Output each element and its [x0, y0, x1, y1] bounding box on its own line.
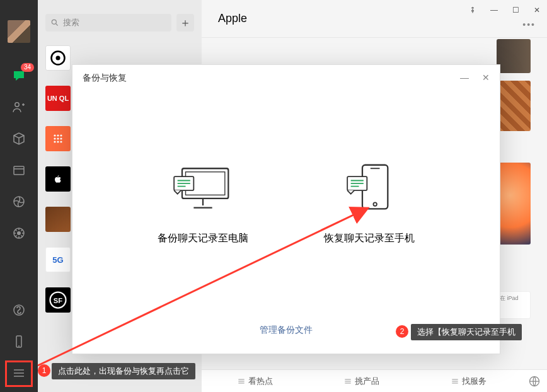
- manage-backup-link[interactable]: 管理备份文件: [260, 325, 313, 335]
- svg-point-7: [52, 20, 56, 24]
- thumbnail: [497, 81, 531, 131]
- svg-point-0: [15, 103, 19, 107]
- restore-label: 恢复聊天记录至手机: [324, 232, 415, 245]
- add-button[interactable]: ＋: [176, 14, 194, 32]
- miniprogram-icon[interactable]: [10, 301, 28, 319]
- sf-icon: SF: [49, 291, 67, 309]
- phone-icon[interactable]: [10, 333, 28, 350]
- phone-restore-icon: [335, 161, 404, 214]
- maximize-icon[interactable]: ☐: [509, 4, 522, 16]
- search-placeholder: 搜索: [63, 17, 79, 28]
- modal-title: 备份与恢复: [72, 65, 500, 91]
- annotation-text-1: 点击此处，出现备份与恢复再点击它: [52, 363, 195, 379]
- apple-icon: [52, 173, 64, 185]
- close-icon[interactable]: ✕: [531, 4, 543, 16]
- moments-icon[interactable]: [10, 193, 28, 210]
- title-bar: Apple — ☐ ✕ •••: [202, 0, 547, 38]
- svg-rect-1: [14, 166, 24, 175]
- sidebar: 34: [0, 0, 38, 392]
- list-icon: [451, 377, 459, 386]
- search-icon: [50, 18, 59, 27]
- chat-icon[interactable]: 34: [10, 67, 28, 84]
- list-icon: [237, 377, 246, 386]
- backup-to-pc-option[interactable]: 备份聊天记录至电脑: [158, 161, 248, 245]
- svg-point-10: [54, 134, 55, 136]
- svg-point-26: [373, 202, 377, 206]
- dots-grid-icon: [50, 131, 66, 146]
- annotation-step-2: 2: [396, 325, 408, 338]
- pin-icon[interactable]: [466, 4, 479, 16]
- search-input[interactable]: 搜索: [45, 14, 171, 32]
- minimize-icon[interactable]: —: [488, 4, 500, 16]
- list-icon: [343, 377, 352, 386]
- more-icon[interactable]: •••: [522, 20, 536, 30]
- tab-products[interactable]: 挑产品: [308, 376, 415, 387]
- svg-point-17: [57, 141, 59, 142]
- thumbnail: [497, 163, 531, 245]
- tab-hot[interactable]: 看热点: [202, 376, 308, 387]
- globe-icon: [49, 49, 67, 67]
- backup-label: 备份聊天记录至电脑: [158, 232, 248, 245]
- bottom-bar: 看热点 挑产品 找服务: [202, 369, 547, 392]
- keyboard-icon[interactable]: [522, 375, 547, 388]
- svg-point-9: [56, 56, 60, 61]
- svg-point-11: [57, 134, 59, 136]
- annotation-text-2: 选择【恢复聊天记录至手机: [411, 324, 522, 340]
- backup-restore-modal: 备份与恢复 — ✕ 备份聊天记录至电脑: [72, 64, 500, 354]
- collection-icon[interactable]: [10, 130, 28, 147]
- svg-point-4: [17, 231, 21, 235]
- tab-services[interactable]: 找服务: [415, 376, 522, 387]
- modal-minimize-icon[interactable]: —: [457, 70, 472, 85]
- annotation-step-1: 1: [38, 364, 50, 377]
- svg-point-14: [57, 137, 59, 139]
- menu-icon[interactable]: [10, 364, 28, 382]
- pc-backup-icon: [168, 161, 238, 214]
- svg-point-18: [60, 141, 62, 142]
- modal-close-icon[interactable]: ✕: [478, 70, 493, 85]
- svg-point-13: [54, 137, 55, 139]
- contacts-icon[interactable]: [10, 98, 28, 116]
- avatar[interactable]: [8, 20, 30, 43]
- thumbnail: 在 iPad: [497, 291, 531, 319]
- page-title: Apple: [218, 12, 247, 25]
- thumbnail: [497, 39, 531, 73]
- svg-point-15: [60, 137, 62, 139]
- badge: 34: [21, 63, 34, 72]
- restore-to-phone-option[interactable]: 恢复聊天记录至手机: [324, 161, 415, 245]
- svg-point-12: [60, 134, 62, 136]
- browse-icon[interactable]: [10, 224, 28, 242]
- files-icon[interactable]: [10, 161, 28, 179]
- svg-point-16: [54, 141, 55, 142]
- svg-text:SF: SF: [54, 297, 63, 304]
